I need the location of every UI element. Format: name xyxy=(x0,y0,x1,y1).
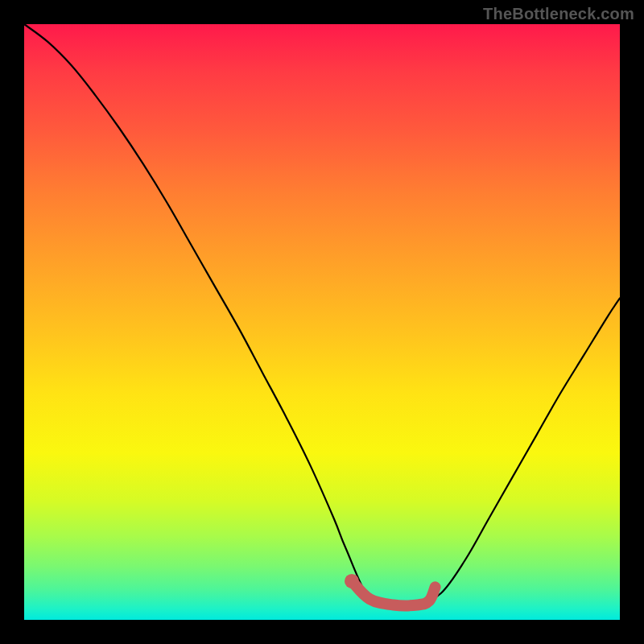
chart-stage: TheBottleneck.com xyxy=(0,0,644,644)
highlight-segment xyxy=(352,581,436,605)
watermark-text: TheBottleneck.com xyxy=(483,5,634,23)
highlight-dot xyxy=(345,574,359,588)
chart-svg xyxy=(24,24,620,620)
bottleneck-curve xyxy=(24,24,620,606)
gradient-plot-area xyxy=(24,24,620,620)
